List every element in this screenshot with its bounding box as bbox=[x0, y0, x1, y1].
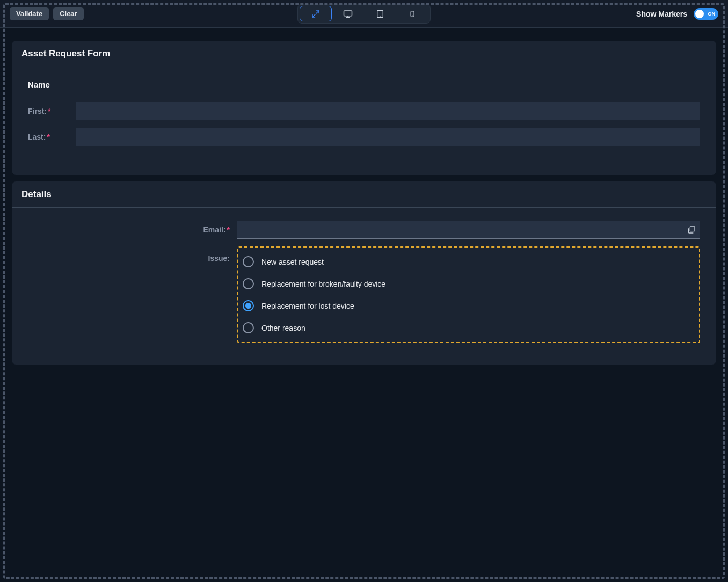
email-label-text: Email: bbox=[203, 225, 226, 234]
radio-indicator bbox=[243, 300, 254, 311]
issue-row: Issue: New asset request Replacement for… bbox=[12, 246, 700, 343]
panel-body: Name First:* Last:* bbox=[12, 67, 716, 175]
first-name-label-text: First: bbox=[28, 107, 47, 115]
viewport-tablet-button[interactable] bbox=[364, 6, 396, 21]
asset-request-panel: Asset Request Form Name First:* Last:* bbox=[12, 41, 716, 175]
issue-option-3[interactable]: Other reason bbox=[243, 317, 695, 339]
last-name-label: Last:* bbox=[28, 133, 76, 141]
show-markers-label: Show Markers bbox=[636, 10, 687, 18]
first-name-input[interactable] bbox=[76, 102, 700, 120]
viewport-desktop-button[interactable] bbox=[332, 6, 364, 21]
viewport-expand-button[interactable] bbox=[300, 6, 332, 21]
validate-button[interactable]: Validate bbox=[10, 7, 49, 20]
details-body: Email:* Issue: bbox=[12, 208, 716, 365]
required-marker: * bbox=[48, 107, 50, 115]
first-name-label: First:* bbox=[28, 107, 76, 115]
panel-title: Asset Request Form bbox=[12, 41, 716, 67]
tablet-icon bbox=[376, 9, 384, 19]
radio-label: Replacement for broken/faulty device bbox=[261, 280, 385, 288]
toolbar: Validate Clear bbox=[0, 0, 728, 28]
email-input[interactable] bbox=[237, 221, 683, 238]
radio-label: New asset request bbox=[261, 258, 324, 266]
toolbar-left: Validate Clear bbox=[10, 7, 84, 20]
required-marker: * bbox=[47, 133, 49, 141]
issue-label-text: Issue: bbox=[208, 254, 230, 263]
toggle-state-text: ON bbox=[708, 11, 716, 17]
details-title: Details bbox=[12, 181, 716, 208]
radio-label: Other reason bbox=[261, 324, 305, 332]
viewport-mobile-button[interactable] bbox=[396, 6, 428, 21]
open-dialog-icon bbox=[687, 225, 696, 234]
last-name-row: Last:* bbox=[28, 128, 700, 146]
issue-radio-group: New asset request Replacement for broken… bbox=[237, 246, 700, 343]
clear-button[interactable]: Clear bbox=[53, 7, 84, 20]
issue-option-2[interactable]: Replacement for lost device bbox=[243, 295, 695, 317]
details-panel: Details Email:* bbox=[12, 181, 716, 365]
radio-label: Replacement for lost device bbox=[261, 302, 354, 310]
viewport-switcher bbox=[297, 4, 431, 24]
email-row: Email:* bbox=[12, 221, 700, 239]
radio-indicator bbox=[243, 278, 254, 289]
email-label: Email:* bbox=[12, 225, 237, 234]
issue-label: Issue: bbox=[12, 246, 237, 263]
email-input-wrap bbox=[237, 221, 700, 239]
svg-rect-5 bbox=[690, 227, 695, 231]
desktop-icon bbox=[343, 9, 353, 19]
svg-rect-1 bbox=[377, 10, 383, 17]
last-name-input[interactable] bbox=[76, 128, 700, 146]
mobile-icon bbox=[409, 9, 416, 19]
svg-rect-0 bbox=[344, 11, 352, 16]
required-marker: * bbox=[227, 225, 230, 234]
form-canvas: Asset Request Form Name First:* Last:* D… bbox=[0, 28, 728, 384]
issue-option-0[interactable]: New asset request bbox=[243, 251, 695, 273]
toolbar-right: Show Markers ON bbox=[636, 8, 718, 20]
radio-indicator bbox=[243, 322, 254, 333]
last-name-label-text: Last: bbox=[28, 133, 46, 141]
radio-indicator bbox=[243, 256, 254, 267]
first-name-row: First:* bbox=[28, 102, 700, 120]
email-open-dialog-button[interactable] bbox=[683, 225, 700, 234]
issue-option-1[interactable]: Replacement for broken/faulty device bbox=[243, 273, 695, 295]
name-section-heading: Name bbox=[28, 80, 700, 89]
expand-icon bbox=[311, 9, 321, 19]
show-markers-toggle[interactable]: ON bbox=[694, 8, 718, 20]
